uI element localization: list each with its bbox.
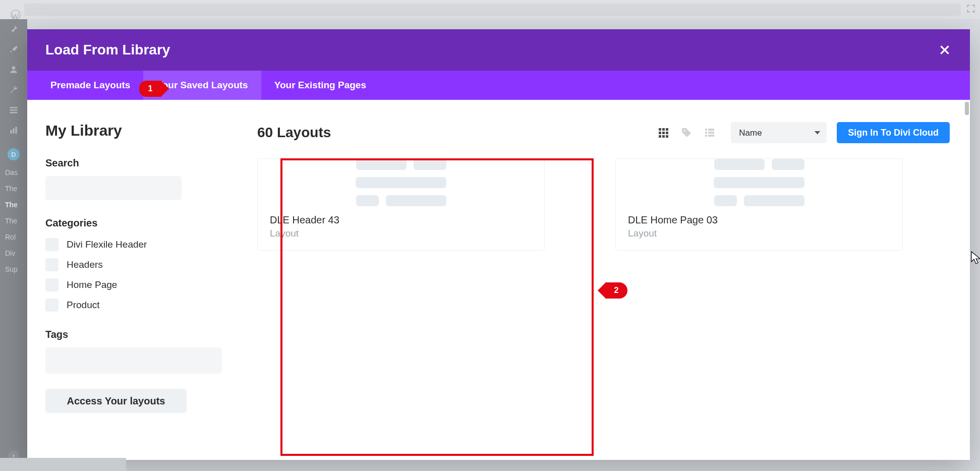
tags-label: Tags xyxy=(45,329,231,340)
category-label: Divi Flexile Header xyxy=(67,239,147,250)
modal-body: My Library Search Categories Divi Flexil… xyxy=(27,100,970,460)
library-filters: My Library Search Categories Divi Flexil… xyxy=(27,100,249,460)
svg-rect-23 xyxy=(708,135,714,137)
category-checkbox[interactable] xyxy=(45,278,59,291)
annotation-step-2: 2 xyxy=(605,282,627,299)
svg-rect-9 xyxy=(662,128,665,131)
category-item[interactable]: Headers xyxy=(45,256,231,273)
svg-rect-14 xyxy=(659,135,661,138)
category-item[interactable]: Product xyxy=(45,297,231,314)
category-checkbox[interactable] xyxy=(45,258,59,271)
layout-thumbnail xyxy=(616,159,902,206)
search-input[interactable] xyxy=(45,176,182,200)
svg-point-17 xyxy=(684,130,685,132)
modal-title: Load From Library xyxy=(45,42,170,58)
tab-your-existing-pages[interactable]: Your Existing Pages xyxy=(261,71,379,100)
category-list: Divi Flexile Header Headers Home Page Pr… xyxy=(45,236,231,314)
svg-rect-20 xyxy=(705,132,707,134)
modal-header: Load From Library xyxy=(27,29,970,71)
library-heading: My Library xyxy=(45,122,231,139)
categories-label: Categories xyxy=(45,217,231,229)
category-label: Headers xyxy=(67,259,103,270)
tab-label: Your Saved Layouts xyxy=(156,80,248,91)
cursor-icon xyxy=(971,251,980,266)
layout-type: Layout xyxy=(628,228,890,239)
category-label: Home Page xyxy=(67,279,117,290)
sort-select[interactable]: Name xyxy=(731,122,827,143)
svg-rect-21 xyxy=(708,132,714,134)
svg-rect-12 xyxy=(662,132,665,134)
video-player-bar xyxy=(0,458,126,471)
tags-input[interactable] xyxy=(45,347,222,374)
layout-meta: DLE Home Page 03 Layout xyxy=(616,206,902,250)
layout-title: DLE Home Page 03 xyxy=(628,214,890,226)
layout-card[interactable]: DLE Home Page 03 Layout xyxy=(615,158,903,251)
category-checkbox[interactable] xyxy=(45,238,59,251)
category-checkbox[interactable] xyxy=(45,299,59,312)
search-label: Search xyxy=(45,157,231,169)
tab-premade-layouts[interactable]: Premade Layouts xyxy=(37,71,143,100)
svg-rect-19 xyxy=(708,129,714,131)
category-item[interactable]: Divi Flexile Header xyxy=(45,236,231,253)
view-switcher xyxy=(657,127,716,139)
category-label: Product xyxy=(67,300,99,311)
category-item[interactable]: Home Page xyxy=(45,276,231,293)
close-icon[interactable] xyxy=(938,43,952,57)
content-toolbar: 60 Layouts Name Sign In To Di xyxy=(249,122,950,143)
svg-rect-8 xyxy=(659,128,661,131)
layout-card[interactable]: DLE Header 43 Layout xyxy=(257,158,545,251)
access-layouts-button[interactable]: Access Your layouts xyxy=(45,389,187,413)
layout-title: DLE Header 43 xyxy=(270,214,532,226)
svg-rect-22 xyxy=(705,135,707,137)
svg-rect-16 xyxy=(666,135,668,138)
grid-view-icon[interactable] xyxy=(657,127,669,139)
svg-rect-11 xyxy=(659,132,661,134)
signin-divi-cloud-button[interactable]: Sign In To Divi Cloud xyxy=(837,122,950,143)
access-layouts-label: Access Your layouts xyxy=(67,395,165,407)
svg-rect-13 xyxy=(666,132,668,134)
layout-meta: DLE Header 43 Layout xyxy=(258,206,544,250)
library-content: 60 Layouts Name Sign In To Di xyxy=(249,100,970,460)
layout-cards: DLE Header 43 Layout DLE Home Page 03 xyxy=(249,158,950,251)
layouts-count: 60 Layouts xyxy=(257,125,331,141)
svg-rect-18 xyxy=(705,129,707,131)
tag-view-icon[interactable] xyxy=(680,127,693,139)
svg-rect-15 xyxy=(662,135,665,138)
layout-thumbnail xyxy=(258,159,544,206)
annotation-step-1: 1 xyxy=(139,81,161,97)
svg-rect-10 xyxy=(666,128,668,131)
layout-type: Layout xyxy=(270,228,532,239)
list-view-icon[interactable] xyxy=(704,127,716,139)
